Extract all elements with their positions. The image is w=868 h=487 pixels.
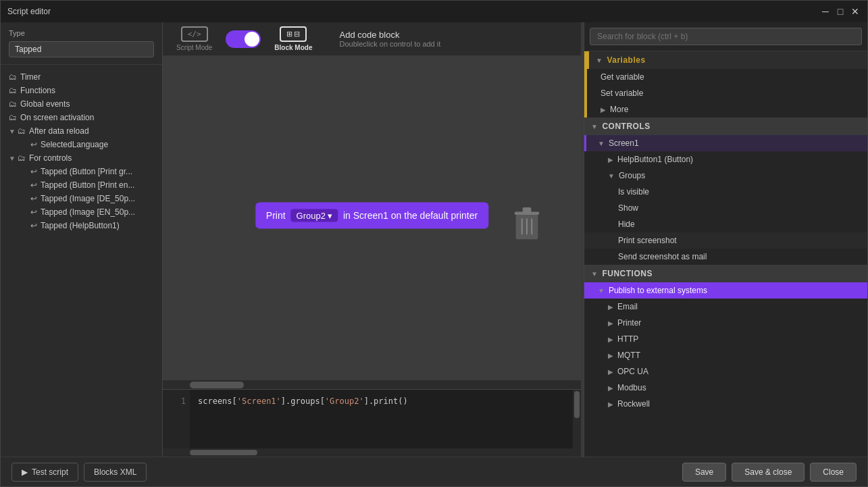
get-variable-item[interactable]: Get variable: [587, 69, 867, 85]
helpbutton1-label: HelpButton1 (Button): [617, 155, 693, 164]
line-numbers: 1: [163, 390, 190, 448]
folder-icon: 🗂: [18, 126, 26, 136]
close-button[interactable]: ✕: [850, 6, 861, 17]
group-name: Group2: [297, 210, 326, 220]
sidebar-item-selected-language[interactable]: ↩ SelectedLanguage: [1, 138, 162, 151]
folder-icon: 🗂: [9, 86, 17, 95]
expand-icon: ▼: [9, 128, 16, 135]
hide-item[interactable]: Hide: [584, 216, 867, 232]
save-close-button[interactable]: Save & close: [732, 463, 805, 482]
mqtt-item[interactable]: ▶ MQTT: [584, 347, 867, 363]
is-visible-item[interactable]: Is visible: [584, 184, 867, 200]
hide-label: Hide: [618, 220, 635, 229]
http-item[interactable]: ▶ HTTP: [584, 331, 867, 347]
close-window-button[interactable]: Close: [810, 463, 857, 482]
print-block[interactable]: Print Group2 ▾ in Screen1 on the default…: [255, 202, 488, 228]
dropdown-arrow: ▾: [328, 210, 332, 220]
more-item[interactable]: ▶ More: [587, 101, 867, 118]
sidebar-item-for-controls[interactable]: ▼ 🗂 For controls: [1, 151, 162, 165]
modbus-item[interactable]: ▶ Modbus: [584, 380, 867, 396]
canvas-area[interactable]: Print Group2 ▾ in Screen1 on the default…: [163, 56, 581, 380]
code-content: 1 screens['Screen1'].groups['Group2'].pr…: [163, 390, 581, 448]
minimize-button[interactable]: ─: [820, 6, 831, 17]
email-label: Email: [617, 302, 638, 311]
sidebar-item-label: For controls: [29, 153, 72, 163]
show-label: Show: [618, 203, 638, 213]
set-variable-item[interactable]: Set variable: [587, 85, 867, 101]
code-text[interactable]: screens['Screen1'].groups['Group2'].prin…: [190, 390, 573, 448]
http-arrow: ▶: [608, 336, 613, 343]
script-editor-window: Script editor ─ □ ✕ Type 🗂 Timer 🗂: [0, 0, 868, 487]
send-screenshot-item[interactable]: Send screenshot as mail: [584, 249, 867, 265]
mode-toggle[interactable]: [226, 30, 261, 48]
sidebar-item-functions[interactable]: 🗂 Functions: [1, 84, 162, 97]
save-label: Save: [695, 467, 713, 477]
sidebar-item-timer[interactable]: 🗂 Timer: [1, 70, 162, 84]
blocks-xml-button[interactable]: Blocks XML: [84, 463, 147, 482]
opc-ua-item[interactable]: ▶ OPC UA: [584, 363, 867, 380]
test-script-label: Test script: [32, 467, 68, 477]
show-item[interactable]: Show: [584, 200, 867, 216]
sidebar-item-label: Functions: [20, 86, 55, 95]
print-text: in Screen1 on the default printer: [343, 210, 478, 221]
save-close-label: Save & close: [744, 467, 792, 477]
sidebar-item-tapped-image-de[interactable]: ↩ Tapped (Image [DE_50p...: [1, 192, 162, 205]
is-visible-label: Is visible: [618, 187, 649, 197]
group-tag[interactable]: Group2 ▾: [291, 209, 338, 222]
bottom-left: ▶ Test script Blocks XML: [11, 463, 147, 482]
restore-button[interactable]: □: [835, 6, 846, 17]
toolbar: </> Script Mode ⊞⊟ Block Mode Add code b…: [163, 22, 581, 56]
sidebar-item-label: Tapped (Button [Print en...: [41, 180, 134, 190]
modbus-label: Modbus: [617, 383, 646, 392]
code-vscroll[interactable]: [573, 390, 581, 448]
script-mode-button[interactable]: </> Script Mode: [176, 26, 212, 51]
sidebar-item-on-screen[interactable]: 🗂 On screen activation: [1, 111, 162, 124]
groups-item[interactable]: ▼ Groups: [584, 168, 867, 184]
test-script-button[interactable]: ▶ Test script: [11, 463, 78, 482]
sidebar-item-tapped-image-en[interactable]: ↩ Tapped (Image [EN_50p...: [1, 205, 162, 219]
bottom-bar: ▶ Test script Blocks XML Save Save & clo…: [1, 457, 867, 486]
mqtt-arrow: ▶: [608, 352, 613, 359]
controls-header[interactable]: ▼ CONTROLS: [584, 118, 867, 135]
script-icon: ↩: [30, 207, 37, 217]
printer-item[interactable]: ▶ Printer: [584, 315, 867, 331]
close-label: Close: [823, 467, 844, 477]
get-variable-label: Get variable: [601, 72, 644, 82]
folder-icon: 🗂: [9, 113, 17, 122]
type-input[interactable]: [9, 41, 154, 57]
sidebar-item-tapped-helpbutton[interactable]: ↩ Tapped (HelpButton1): [1, 219, 162, 232]
sidebar-item-tapped-print1[interactable]: ↩ Tapped (Button [Print gr...: [1, 165, 162, 178]
canvas-hscroll[interactable]: [163, 380, 581, 389]
sidebar-item-label: Tapped (HelpButton1): [41, 221, 120, 230]
panel-right-container: ▼ Variables Get variable Set variable ▶: [584, 51, 867, 457]
folder-icon: 🗂: [9, 72, 17, 82]
email-item[interactable]: ▶ Email: [584, 299, 867, 315]
add-code-subtitle: Doubleclick on control to add it: [339, 40, 440, 48]
folder-icon: 🗂: [18, 153, 26, 163]
helpbutton1-item[interactable]: ▶ HelpButton1 (Button): [584, 151, 867, 168]
script-icon: ↩: [30, 180, 37, 190]
code-hscroll[interactable]: [163, 448, 581, 457]
rockwell-item[interactable]: ▶ Rockwell: [584, 396, 867, 412]
sidebar-item-tapped-print2[interactable]: ↩ Tapped (Button [Print en...: [1, 178, 162, 192]
block-mode-button[interactable]: ⊞⊟ Block Mode: [274, 26, 312, 51]
publish-item[interactable]: ▼ Publish to external systems: [586, 282, 867, 299]
sidebar-item-global-events[interactable]: 🗂 Global events: [1, 97, 162, 111]
code-hscroll-thumb: [190, 450, 257, 455]
groups-label: Groups: [619, 171, 645, 180]
print-screenshot-item[interactable]: Print screenshot: [584, 232, 867, 249]
screen1-item[interactable]: ▼ Screen1: [584, 135, 867, 151]
sidebar-item-after-data-reload[interactable]: ▼ 🗂 After data reload: [1, 124, 162, 138]
rockwell-arrow: ▶: [608, 401, 613, 408]
variables-header[interactable]: ▼ Variables: [587, 51, 867, 69]
type-label: Type: [9, 29, 154, 37]
printer-label: Printer: [617, 318, 641, 328]
publish-label: Publish to external systems: [609, 286, 707, 295]
print-screenshot-label: Print screenshot: [618, 236, 677, 245]
save-button[interactable]: Save: [682, 463, 726, 482]
search-input[interactable]: [590, 28, 862, 45]
functions-header[interactable]: ▼ FUNCTIONS: [584, 265, 867, 282]
helpbutton-arrow: ▶: [608, 156, 613, 163]
script-icon: ↩: [30, 194, 37, 203]
modbus-arrow: ▶: [608, 384, 613, 392]
